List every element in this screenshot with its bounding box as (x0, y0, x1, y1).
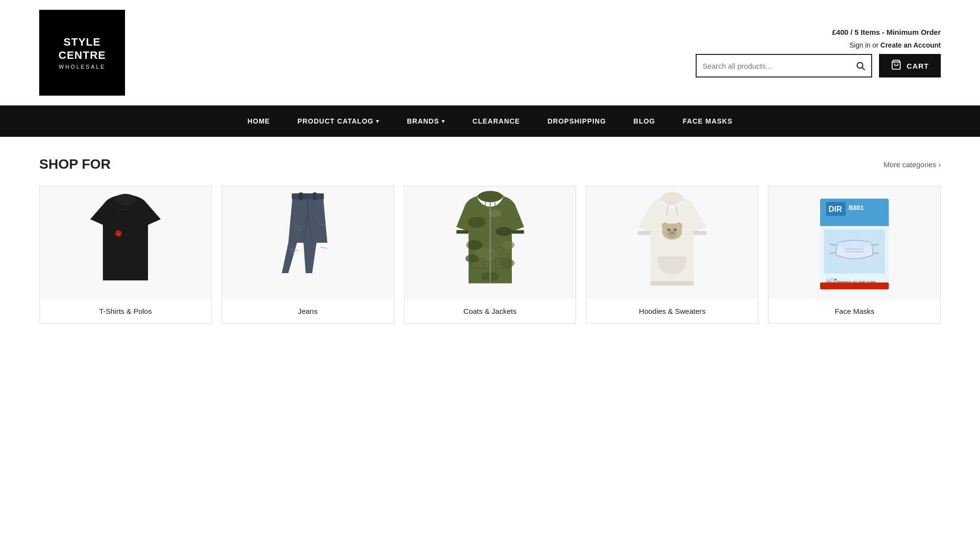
svg-rect-45 (638, 231, 651, 235)
nav-item-blog[interactable]: BLOG (620, 105, 669, 137)
svg-point-44 (671, 231, 674, 234)
svg-text:⚠ ☑ ◉: ⚠ ☑ ◉ (826, 278, 837, 281)
category-card-jeans[interactable]: Jeans (222, 186, 394, 324)
category-label-jackets: Coats & Jackets (458, 299, 521, 323)
svg-rect-7 (299, 192, 302, 200)
nav-item-clearance[interactable]: CLEARANCE (459, 105, 534, 137)
category-image-face-masks: DlR B801 SELF P (769, 186, 940, 299)
svg-point-40 (668, 229, 671, 231)
svg-point-42 (669, 229, 670, 230)
svg-point-41 (674, 229, 677, 231)
categories-grid: ✦ T-Shirts & Polos (39, 186, 941, 324)
nav-item-dropshipping[interactable]: DROPSHIPPING (534, 105, 620, 137)
search-bar (696, 54, 872, 77)
svg-text:DlR: DlR (829, 205, 842, 213)
logo[interactable]: STYLE CENTRE WHOLESALE (39, 10, 125, 96)
search-input[interactable] (703, 62, 855, 70)
auth-links: Sign in or Create an Account (850, 41, 941, 49)
category-image-tshirts: ✦ (40, 186, 211, 299)
shop-header: SHOP FOR More categories › (39, 156, 941, 172)
category-card-jackets[interactable]: Coats & Jackets (404, 186, 577, 324)
chevron-down-icon: ▾ (442, 118, 445, 125)
header-right: £400 / 5 Items - Minimum Order Sign in o… (696, 28, 941, 77)
sign-in-link[interactable]: Sign in (850, 41, 871, 49)
category-image-hoodies (586, 186, 758, 299)
more-categories-link[interactable]: More categories › (883, 160, 941, 169)
jacket-product-image (404, 186, 576, 299)
logo-subtitle: WHOLESALE (59, 64, 105, 70)
cart-label: CART (906, 62, 929, 70)
svg-line-1 (862, 68, 864, 70)
svg-rect-32 (456, 230, 468, 233)
svg-rect-63 (820, 282, 889, 289)
svg-rect-33 (512, 230, 524, 233)
cart-icon (891, 59, 902, 73)
svg-rect-46 (694, 231, 706, 235)
logo-title: STYLE CENTRE (39, 36, 125, 62)
svg-point-24 (466, 240, 482, 250)
category-label-jeans: Jeans (293, 299, 323, 323)
svg-point-18 (467, 217, 485, 228)
category-image-jackets (404, 186, 576, 299)
svg-point-3 (115, 194, 136, 205)
cart-svg-icon (891, 59, 902, 70)
face-mask-product-image: DlR B801 SELF P (769, 186, 940, 299)
auth-or: or (872, 41, 878, 49)
cart-button[interactable]: CART (879, 54, 941, 77)
category-label-hoodies: Hoodies & Sweaters (634, 299, 710, 323)
svg-point-43 (676, 229, 677, 230)
svg-rect-6 (292, 193, 324, 199)
category-card-face-masks[interactable]: DlR B801 SELF P (768, 186, 941, 324)
hoodie-product-image (586, 186, 758, 299)
svg-point-22 (500, 258, 514, 267)
category-label-face-masks: Face Masks (830, 299, 879, 323)
svg-point-25 (502, 241, 514, 249)
nav-label-product-catalog: PRODUCT CATALOG (298, 117, 374, 125)
min-order-text: £400 / 5 Items - Minimum Order (832, 28, 941, 36)
tshirt-product-image: ✦ (40, 186, 211, 299)
nav-label-brands: BRANDS (407, 117, 439, 125)
create-account-link[interactable]: Create an Account (880, 41, 941, 49)
nav-bar: HOME PRODUCT CATALOG ▾ BRANDS ▾ CLEARANC… (0, 105, 980, 137)
svg-line-15 (320, 247, 327, 249)
shop-section: SHOP FOR More categories › ✦ T-Shirts & … (0, 137, 980, 353)
nav-item-product-catalog[interactable]: PRODUCT CATALOG ▾ (284, 105, 393, 137)
category-card-hoodies[interactable]: Hoodies & Sweaters (586, 186, 758, 324)
search-cart-row: CART (696, 54, 941, 77)
search-icon (855, 61, 865, 71)
category-card-tshirts[interactable]: ✦ T-Shirts & Polos (39, 186, 212, 324)
nav-item-home[interactable]: HOME (234, 105, 284, 137)
shop-title: SHOP FOR (39, 156, 111, 172)
nav-label-dropshipping: DROPSHIPPING (548, 117, 606, 125)
category-label-tshirts: T-Shirts & Polos (94, 299, 157, 323)
search-button[interactable] (855, 61, 865, 71)
svg-rect-8 (313, 192, 316, 200)
nav-label-clearance: CLEARANCE (473, 117, 520, 125)
nav-item-face-masks[interactable]: FACE MASKS (669, 105, 747, 137)
nav-label-blog: BLOG (633, 117, 655, 125)
svg-rect-47 (651, 281, 694, 285)
chevron-down-icon: ▾ (376, 118, 379, 125)
jeans-product-image (222, 186, 394, 299)
svg-point-0 (857, 62, 863, 68)
nav-label-face-masks: FACE MASKS (683, 117, 733, 125)
svg-text:B801: B801 (849, 204, 864, 211)
svg-text:✦: ✦ (117, 232, 121, 236)
svg-point-19 (496, 227, 512, 236)
nav-label-home: HOME (248, 117, 270, 125)
svg-rect-50 (820, 218, 889, 226)
category-image-jeans (222, 186, 394, 299)
header: STYLE CENTRE WHOLESALE £400 / 5 Items - … (0, 0, 980, 105)
nav-item-brands[interactable]: BRANDS ▾ (393, 105, 459, 137)
